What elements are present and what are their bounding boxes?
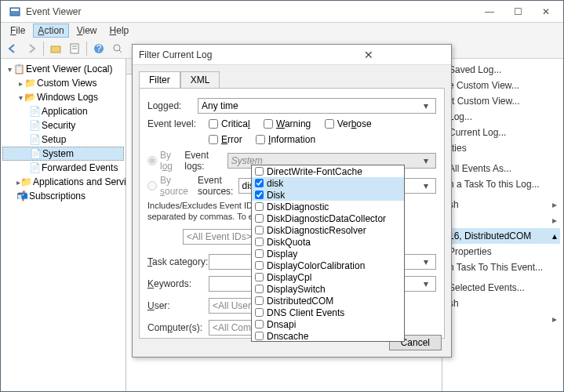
tree-subscriptions[interactable]: 📬Subscriptions xyxy=(2,189,124,203)
dropdown-label: DisplaySwitch xyxy=(267,284,326,295)
dropdown-item[interactable]: Disk xyxy=(252,189,404,201)
svg-text:?: ? xyxy=(96,43,102,54)
dropdown-checkbox[interactable] xyxy=(255,238,264,246)
dropdown-checkbox[interactable] xyxy=(255,273,264,281)
dropdown-checkbox[interactable] xyxy=(255,249,264,258)
forward-button[interactable] xyxy=(23,40,40,57)
menu-action[interactable]: Action xyxy=(33,24,68,38)
action-item[interactable]: Saved Log... xyxy=(446,62,560,78)
menu-file[interactable]: File xyxy=(5,24,30,38)
action-item[interactable]: All Events As... xyxy=(446,161,560,176)
action-item[interactable]: sh xyxy=(446,296,560,311)
dropdown-checkbox[interactable] xyxy=(255,226,264,234)
tree-custom-views[interactable]: ▸📁Custom Views xyxy=(2,76,124,90)
dialog-titlebar: Filter Current Log ✕ xyxy=(133,45,451,65)
dropdown-item[interactable]: Dnscache xyxy=(252,330,404,342)
dropdown-checkbox[interactable] xyxy=(255,296,264,305)
dropdown-item[interactable]: DisplayCpl xyxy=(252,271,404,283)
dropdown-label: disk xyxy=(267,178,283,189)
tool-find-icon[interactable] xyxy=(109,40,126,57)
action-item[interactable]: Current Log... xyxy=(446,125,560,140)
action-item[interactable]: h a Task To this Log... xyxy=(446,176,560,192)
dropdown-checkbox[interactable] xyxy=(255,308,264,317)
dialog-title: Filter Current Log xyxy=(139,49,292,60)
tree-security[interactable]: 📄Security xyxy=(2,118,124,132)
action-item[interactable]: ▸ xyxy=(446,212,560,228)
tree-system[interactable]: 📄System xyxy=(2,147,124,161)
chevron-down-icon: ▾ xyxy=(420,100,432,111)
back-button[interactable] xyxy=(4,40,21,57)
dropdown-item[interactable]: Dnsapi xyxy=(252,318,404,330)
dropdown-checkbox[interactable] xyxy=(255,179,264,187)
dialog-close-button[interactable]: ✕ xyxy=(292,49,445,61)
dropdown-item[interactable]: DirectWrite-FontCache xyxy=(252,165,404,177)
tree-application[interactable]: 📄Application xyxy=(2,104,124,118)
label-logged: Logged: xyxy=(147,100,198,111)
dropdown-checkbox[interactable] xyxy=(255,261,264,270)
dropdown-checkbox[interactable] xyxy=(255,191,264,199)
dropdown-label: Disk xyxy=(267,190,285,201)
logged-combo[interactable]: Any time▾ xyxy=(198,98,436,114)
dropdown-item[interactable]: disk xyxy=(252,177,404,189)
check-critical[interactable]: Critical xyxy=(209,118,250,129)
dropdown-item[interactable]: DiskDiagnosticResolver xyxy=(252,224,404,236)
maximize-button[interactable]: ☐ xyxy=(504,3,532,20)
dropdown-item[interactable]: DiskDiagnosticDataCollector xyxy=(252,212,404,224)
nav-tree[interactable]: ▾📋Event Viewer (Local) ▸📁Custom Views ▾📂… xyxy=(1,59,126,391)
dropdown-label: DNS Client Events xyxy=(267,307,344,318)
tree-windows-logs[interactable]: ▾📂Windows Logs xyxy=(2,90,124,104)
actions-header-event[interactable]: 16, DistributedCOM▴ xyxy=(446,228,560,244)
actions-panel: Saved Log... e Custom View... rt Custom … xyxy=(442,59,563,391)
tool-properties-icon[interactable] xyxy=(66,40,83,57)
tab-xml[interactable]: XML xyxy=(180,71,220,88)
dropdown-checkbox[interactable] xyxy=(255,320,264,328)
action-item[interactable]: Selected Events... xyxy=(446,280,560,296)
dropdown-checkbox[interactable] xyxy=(255,285,264,293)
check-information[interactable]: Information xyxy=(256,134,315,145)
action-item[interactable]: rt Custom View... xyxy=(446,93,560,109)
action-item[interactable]: Properties xyxy=(446,244,560,260)
dropdown-item[interactable]: DNS Client Events xyxy=(252,307,404,318)
action-item[interactable]: h Task To This Event... xyxy=(446,260,560,275)
tab-filter[interactable]: Filter xyxy=(139,71,180,88)
menu-view[interactable]: View xyxy=(72,24,102,38)
dropdown-item[interactable]: DisplayColorCalibration xyxy=(252,260,404,271)
dropdown-checkbox[interactable] xyxy=(255,202,264,211)
dropdown-checkbox[interactable] xyxy=(255,332,264,340)
dropdown-checkbox[interactable] xyxy=(255,214,264,223)
menu-help[interactable]: Help xyxy=(105,24,134,38)
tool-folder-icon[interactable] xyxy=(47,40,64,57)
chevron-down-icon: ▾ xyxy=(420,256,432,267)
tree-forwarded[interactable]: 📄Forwarded Events xyxy=(2,161,124,175)
action-item[interactable]: sh▸ xyxy=(446,197,560,212)
check-error[interactable]: Error xyxy=(209,134,242,145)
tree-setup[interactable]: 📄Setup xyxy=(2,132,124,147)
radio-by-source[interactable]: By source xyxy=(147,175,188,197)
dropdown-item[interactable]: DiskDiagnostic xyxy=(252,201,404,212)
dropdown-item[interactable]: Display xyxy=(252,248,404,260)
action-item[interactable]: Log... xyxy=(446,109,560,125)
event-sources-dropdown[interactable]: DirectWrite-FontCachediskDiskDiskDiagnos… xyxy=(251,165,405,342)
tree-root[interactable]: ▾📋Event Viewer (Local) xyxy=(2,62,124,76)
menubar: File Action View Help xyxy=(1,23,563,38)
action-item[interactable]: ▸ xyxy=(446,311,560,327)
chevron-down-icon: ▾ xyxy=(420,180,432,191)
check-verbose[interactable]: Verbose xyxy=(325,118,372,129)
action-item[interactable]: rties xyxy=(446,140,560,156)
close-button[interactable]: ✕ xyxy=(532,3,560,20)
svg-point-8 xyxy=(114,45,120,51)
dropdown-label: DistributedCOM xyxy=(267,296,333,307)
dropdown-label: DisplayColorCalibration xyxy=(267,260,365,271)
minimize-button[interactable]: — xyxy=(475,3,504,20)
check-warning[interactable]: Warning xyxy=(264,118,311,129)
tree-apps-services[interactable]: ▸📁Applications and Services Log xyxy=(2,175,124,189)
tool-help-icon[interactable]: ? xyxy=(90,40,107,57)
dropdown-checkbox[interactable] xyxy=(255,167,264,176)
dropdown-item[interactable]: DiskQuota xyxy=(252,236,404,248)
dropdown-item[interactable]: DistributedCOM xyxy=(252,295,404,307)
label-task-category: Task category: xyxy=(147,256,209,267)
dropdown-item[interactable]: DisplaySwitch xyxy=(252,283,404,295)
label-keywords: Keywords: xyxy=(147,278,209,289)
action-item[interactable]: e Custom View... xyxy=(446,78,560,93)
radio-by-log[interactable]: By log xyxy=(147,150,175,172)
